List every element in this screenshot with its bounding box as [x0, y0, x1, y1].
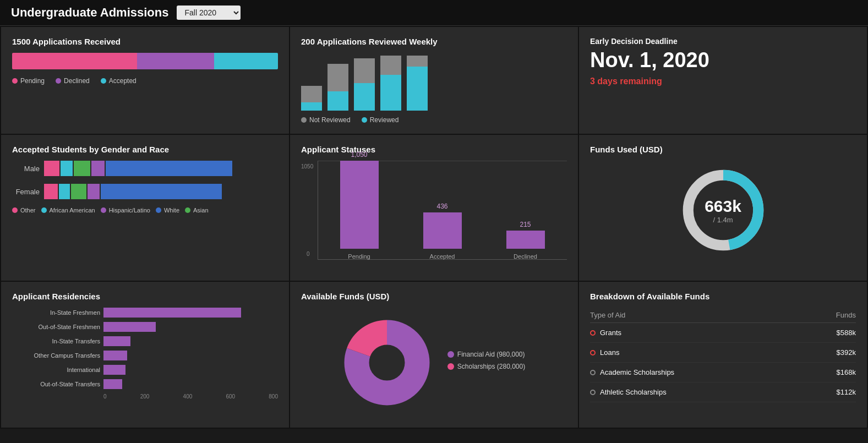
female-hispanic-bar	[71, 184, 86, 199]
male-label: Male	[12, 165, 40, 173]
y-axis-top: 1050	[301, 163, 313, 169]
available-donut	[343, 319, 431, 407]
card2-title: 200 Applications Reviewed Weekly	[301, 37, 567, 46]
res-row-intl: International	[12, 365, 278, 375]
legend-asian: Asian	[185, 207, 209, 214]
asian-dot	[185, 207, 190, 213]
male-bars	[44, 161, 232, 176]
female-label: Female	[12, 188, 40, 196]
not-reviewed-dot	[301, 117, 307, 123]
weekly-legend: Not Reviewed Reviewed	[301, 116, 567, 124]
legend-scholarships: Scholarships (280,000)	[447, 363, 525, 370]
card-breakdown: Breakdown of Available Funds Type of Aid…	[579, 282, 867, 428]
col-type: Type of Aid	[590, 308, 805, 323]
grants-dot	[590, 330, 596, 336]
grants-label: Grants	[600, 329, 621, 337]
financial-aid-label: Financial Aid (980,000)	[457, 351, 525, 358]
legend-accepted: Accepted	[101, 77, 137, 85]
axis-400: 400	[183, 393, 193, 400]
res-bar-intl	[103, 365, 125, 375]
loans-label: Loans	[600, 348, 619, 357]
african-dot	[41, 207, 47, 213]
early-decision-title: Early Decision Deadline	[590, 37, 856, 46]
available-funds-chart: Financial Aid (980,000) Scholarships (28…	[301, 308, 567, 418]
declined-value: 215	[520, 221, 531, 228]
breakdown-row-athletic: Athletic Scholarships $112k	[590, 382, 856, 402]
legend-financial-aid: Financial Aid (980,000)	[447, 351, 525, 358]
legend-hispanic: Hispanic/Latino	[101, 207, 150, 214]
loans-value: $392k	[805, 343, 856, 363]
bar-pending	[12, 53, 137, 69]
loans-row: Loans	[590, 348, 805, 357]
legend-white: White	[156, 207, 179, 214]
dashboard: 1500 Applications Received Pending Decli…	[0, 26, 868, 429]
donut-text: 663k / 1.4m	[705, 197, 741, 224]
pending-dot	[12, 78, 18, 84]
academic-value: $168k	[805, 363, 856, 382]
card-funds-used: Funds Used (USD) 663k / 1.4m	[579, 135, 867, 281]
legend-declined: Declined	[56, 77, 90, 85]
white-label: White	[164, 207, 179, 214]
female-other-bar	[44, 184, 58, 199]
stacked-bar	[12, 53, 278, 69]
athletic-row: Athletic Scholarships	[590, 388, 805, 396]
legend-reviewed: Reviewed	[362, 116, 399, 124]
reviewed-dot	[362, 117, 367, 123]
legend-african: African American	[41, 207, 95, 214]
col-funds: Funds	[805, 308, 856, 323]
grants-row: Grants	[590, 329, 805, 337]
accepted-dot	[101, 78, 106, 84]
res-row-instate-fresh: In-State Freshmen	[12, 308, 278, 318]
other-label: Other	[20, 207, 36, 214]
page-title: Undergraduate Admissions	[11, 6, 168, 20]
african-label: African American	[50, 207, 95, 214]
academic-label: Academic Scholarships	[600, 368, 674, 376]
male-hispanic-bar	[74, 161, 90, 176]
declined-label: Declined	[64, 77, 90, 85]
axis-200: 200	[140, 393, 150, 400]
funds-used-chart: 663k / 1.4m	[590, 161, 856, 260]
grants-value: $588k	[805, 323, 856, 343]
hispanic-label: Hispanic/Latino	[109, 207, 150, 214]
breakdown-table: Type of Aid Funds Grants $588k	[590, 308, 856, 402]
pending-value: 1,050	[351, 151, 367, 158]
female-african-bar	[59, 184, 70, 199]
asian-label: Asian	[193, 207, 209, 214]
residency-chart: In-State Freshmen Out-of-State Freshmen …	[12, 308, 278, 389]
legend: Pending Declined Accepted	[12, 77, 278, 85]
card-applicant-statuses: Applicant Statuses 1050 0 1,050 Pending …	[290, 135, 578, 281]
white-dot	[156, 207, 161, 213]
status-bar-pending: 1,050 Pending	[340, 151, 379, 260]
legend-pending: Pending	[12, 77, 45, 85]
scholarships-label: Scholarships (280,000)	[457, 363, 525, 370]
female-white-bar	[101, 184, 222, 199]
res-label-intl: International	[12, 367, 100, 373]
card9-title: Breakdown of Available Funds	[590, 292, 856, 301]
axis-0: 0	[103, 393, 107, 400]
card-residencies: Applicant Residencies In-State Freshmen …	[1, 282, 289, 428]
res-label-outstate-fresh: Out-of-State Freshmen	[12, 324, 100, 330]
scholarships-dot	[447, 363, 454, 370]
accepted-value: 436	[436, 203, 447, 210]
res-bar-instate-trans	[103, 336, 130, 346]
card4-title: Accepted Students by Gender and Race	[12, 145, 278, 154]
y-axis-bottom: 0	[307, 251, 310, 257]
male-white-bar	[106, 161, 232, 176]
male-african-bar	[61, 161, 73, 176]
semester-select[interactable]: Fall 2020 Spring 2020 Fall 2019	[177, 6, 241, 20]
hispanic-dot	[101, 207, 106, 213]
res-bar-outstate-fresh	[103, 322, 156, 332]
accepted-label: Accepted	[109, 77, 137, 85]
funds-used-value: 663k	[705, 197, 741, 216]
gender-legend: Other African American Hispanic/Latino W…	[12, 207, 278, 214]
card-available-funds: Available Funds (USD) Financial Aid (980…	[290, 282, 578, 428]
gender-row-male: Male	[12, 161, 278, 176]
card6-title: Funds Used (USD)	[590, 145, 856, 154]
female-asian-bar	[88, 184, 100, 199]
res-bar-instate-fresh	[103, 308, 241, 318]
academic-dot	[590, 370, 596, 375]
not-reviewed-label: Not Reviewed	[309, 116, 351, 124]
athletic-dot	[590, 390, 596, 395]
res-label-instate-fresh: In-State Freshmen	[12, 309, 100, 316]
athletic-value: $112k	[805, 382, 856, 402]
